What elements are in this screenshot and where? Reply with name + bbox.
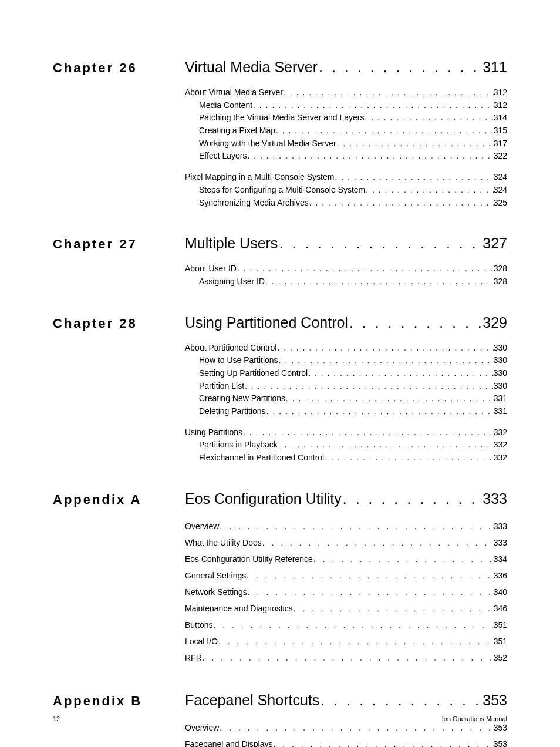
toc-leader-dots: . . . . . . . . . . . . . . . . . . . . … [275,124,494,137]
toc-entry: Pixel Mapping in a Multi-Console System … [185,171,507,184]
toc-leader-dots: . . . . . . . . . . . . . . . . . . . . … [283,86,494,99]
toc-entry: Effect Layers . . . . . . . . . . . . . … [185,150,507,163]
toc-entry: Eos Configuration Utility Reference . . … [185,551,507,567]
toc-leader-dots: . . . . . . . . . . . . . . . . . . . . … [247,584,494,600]
toc-entry-page: 332 [494,426,507,439]
toc-entry: What the Utility Does . . . . . . . . . … [185,534,507,551]
toc-leader-dots: . . . . . . . . . . . . . . . . . . . . … [212,617,493,633]
toc-entry-title: Assigning User ID [199,275,265,288]
toc-leader-dots: . . . . . . . . . . . . . . . . . . . . … [247,150,493,163]
toc-leader-dots: . . . . . . . . . . . . . . . . . . . . … [272,736,493,747]
toc-entry-title: Synchronizing Media Archives [199,197,309,210]
toc-chapter-title-row: Virtual Media Server. . . . . . . . . . … [185,59,507,76]
toc-entry-page: 346 [494,600,507,617]
toc-entry-title: Network Settings [185,584,247,600]
toc-group: About User ID. . . . . . . . . . . . . .… [185,263,507,288]
toc-entry: Local I/O . . . . . . . . . . . . . . . … [185,633,507,650]
toc-entry: RFR . . . . . . . . . . . . . . . . . . … [185,650,507,666]
toc-entry-page: 317 [494,137,507,150]
toc-entry-page: 332 [494,452,507,465]
toc-chapter-title: Multiple Users [185,235,278,252]
toc-entry-page: 312 [494,99,507,112]
toc-leader-dots: . . . . . . . . . . . . . . . . . . . . … [324,452,493,465]
toc-entry: General Settings. . . . . . . . . . . . … [185,567,507,584]
toc-leader-dots: . . . . . . . . . . . . . . . . . . . . … [293,600,494,617]
toc-chapter-page: 329 [483,314,507,331]
toc-entry: Synchronizing Media Archives. . . . . . … [185,197,507,210]
toc-leader-dots: . . . . . . . . . . . . . . . . . . . . … [313,551,494,567]
toc-entry-title: What the Utility Does [185,534,262,551]
toc-chapter-row: Chapter 28Using Partitioned Control . . … [53,314,507,331]
toc-entry-page: 325 [494,197,507,210]
toc-leader-dots: . . . . . . . . . . . . . . . . . . . . … [364,112,493,124]
toc-entry-title: About Partitioned Control [185,342,276,355]
toc-entry: About User ID. . . . . . . . . . . . . .… [185,263,507,275]
toc-chapter-row: Appendix AEos Configuration Utility . . … [53,490,507,507]
toc-chapter-page: 353 [483,692,507,709]
manual-title: Ion Operations Manual [442,715,507,722]
toc-entry: Maintenance and Diagnostics . . . . . . … [185,600,507,617]
toc-entry-title: About Virtual Media Server [185,86,283,99]
toc-chapter-title-row: Using Partitioned Control . . . . . . . … [185,314,507,331]
toc-leader-dots: . . . . . . . . . . . . . . . . . . . . … [309,197,494,210]
toc-chapter-label: Chapter 26 [53,60,185,76]
toc-entry-page: 330 [494,367,507,380]
toc-entry-page: 340 [494,584,507,600]
toc-entry: About Virtual Media Server . . . . . . .… [185,86,507,99]
toc-entry-title: General Settings [185,567,246,584]
toc-group: Overview . . . . . . . . . . . . . . . .… [185,719,507,747]
toc-leader-dots: . . . . . . . . . . . . . . . . . . . . … [262,534,494,551]
toc-entry: Partition List. . . . . . . . . . . . . … [185,380,507,393]
toc-chapter-row: Chapter 26Virtual Media Server. . . . . … [53,59,507,76]
toc-entry-page: 330 [494,342,507,355]
toc-entry-title: Using Partitions [185,426,242,439]
toc-entry-title: Partitions in Playback [199,439,278,452]
toc-chapter-title: Eos Configuration Utility [185,490,342,507]
toc-entry-page: 353 [494,736,507,747]
toc-entry: Media Content . . . . . . . . . . . . . … [185,99,507,112]
toc-leader-dots: . . . . . . . . . . . . . . . . . . . . … [246,567,493,584]
toc-entry: Overview . . . . . . . . . . . . . . . .… [185,518,507,534]
toc-chapter-title-row: Eos Configuration Utility . . . . . . . … [185,490,507,507]
toc-entry-title: Eos Configuration Utility Reference [185,551,313,567]
toc-chapter-page: 311 [483,59,507,76]
toc-entry-page: 331 [494,405,507,418]
toc-leader-dots: . . . . . . . . . . . . . . . . . . . . … [242,426,494,439]
toc-leader-dots: . . . . . . . . . . . . . . . . . . . . … [334,171,493,184]
toc-chapter-page: 333 [483,490,507,507]
toc-section: Chapter 27Multiple Users. . . . . . . . … [53,235,507,288]
toc-entry: Patching the Virtual Media Server and La… [185,112,507,124]
toc-entry-title: Partition List [199,380,244,393]
toc-leader-dots: . . . . . . . . . . . . . . . . . . . . … [319,692,483,709]
toc-entry-title: Creating a Pixel Map [199,124,275,137]
toc-entry: Facepanel and Displays . . . . . . . . .… [185,736,507,747]
toc-entry-title: Patching the Virtual Media Server and La… [199,112,364,124]
toc-leader-dots: . . . . . . . . . . . . . . . . . . . . … [252,99,494,112]
toc-entry-page: 333 [494,518,507,534]
toc-entry: Steps for Configuring a Multi-Console Sy… [185,184,507,197]
toc-entry-page: 324 [494,184,507,197]
toc-entry: Creating New Partitions. . . . . . . . .… [185,392,507,405]
page-number: 12 [53,715,60,722]
toc-entry: Buttons . . . . . . . . . . . . . . . . … [185,617,507,633]
toc-leader-dots: . . . . . . . . . . . . . . . . . . . . … [276,342,493,355]
toc-section: Chapter 28Using Partitioned Control . . … [53,314,507,465]
toc-entry-page: 333 [494,534,507,551]
toc-entry-page: 351 [494,617,507,633]
toc-entry-title: Overview [185,518,219,534]
toc-leader-dots: . . . . . . . . . . . . . . . . . . . . … [285,392,494,405]
toc-entry: Creating a Pixel Map . . . . . . . . . .… [185,124,507,137]
toc-chapter-title: Virtual Media Server [185,59,318,76]
toc-entry-title: Flexichannel in Partitioned Control [199,452,324,465]
toc-entry-page: 324 [494,171,507,184]
toc-entry-title: Creating New Partitions [199,392,285,405]
toc-leader-dots: . . . . . . . . . . . . . . . . . . . . … [365,184,493,197]
toc-leader-dots: . . . . . . . . . . . . . . . . . . . . … [266,405,494,418]
toc-group: Using Partitions . . . . . . . . . . . .… [185,426,507,465]
toc-leader-dots: . . . . . . . . . . . . . . . . . . . . … [278,439,494,452]
toc-entry-title: Effect Layers [199,150,247,163]
toc-entry-title: Pixel Mapping in a Multi-Console System [185,171,334,184]
toc-entry-page: 314 [494,112,507,124]
toc-entry: Network Settings . . . . . . . . . . . .… [185,584,507,600]
toc-entry: About Partitioned Control . . . . . . . … [185,342,507,355]
